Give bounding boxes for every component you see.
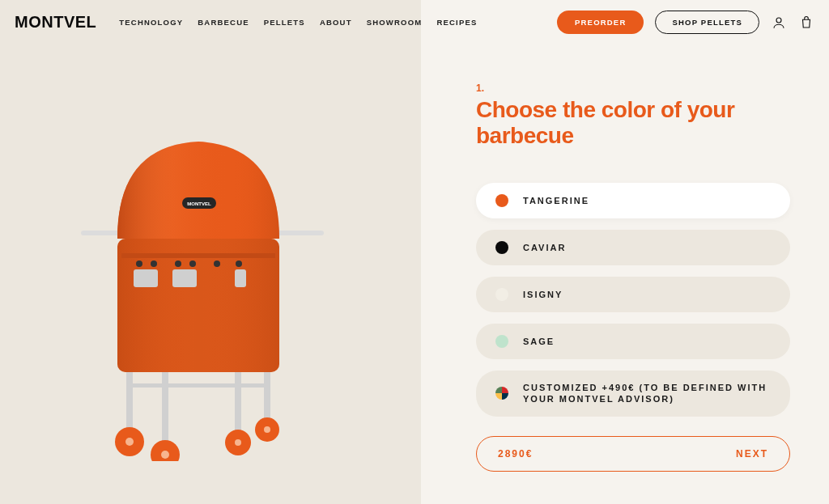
- swatch-tangerine: [495, 194, 508, 207]
- nav-barbecue[interactable]: BARBECUE: [198, 18, 249, 27]
- nav-technology[interactable]: TECHNOLOGY: [119, 18, 183, 27]
- color-option-tangerine[interactable]: TANGERINE: [476, 183, 790, 218]
- svg-point-9: [189, 260, 196, 267]
- price-next-button[interactable]: 2890€ NEXT: [476, 436, 790, 472]
- svg-rect-2: [117, 239, 279, 372]
- svg-point-21: [125, 438, 134, 446]
- svg-rect-12: [134, 269, 158, 287]
- svg-point-25: [161, 451, 169, 459]
- svg-point-10: [214, 260, 220, 267]
- color-option-sage[interactable]: SAGE: [476, 324, 790, 359]
- main-nav: TECHNOLOGY BARBECUE PELLETS ABOUT SHOWRO…: [119, 18, 477, 27]
- svg-rect-13: [172, 269, 197, 287]
- svg-point-7: [151, 260, 157, 267]
- svg-point-23: [264, 426, 270, 433]
- color-option-label: CAVIAR: [523, 242, 566, 253]
- configurator-panel: 1. Choose the color of your barbecue TAN…: [421, 0, 829, 504]
- svg-point-11: [236, 260, 242, 267]
- next-label: NEXT: [736, 448, 768, 460]
- svg-point-6: [136, 260, 142, 267]
- product-image-panel: MONTVEL: [0, 0, 421, 504]
- svg-point-8: [175, 260, 181, 267]
- svg-rect-14: [235, 269, 246, 287]
- swatch-customized-icon: [495, 387, 508, 400]
- cart-icon[interactable]: [798, 15, 814, 31]
- nav-showroom[interactable]: SHOWROOM: [367, 18, 423, 27]
- svg-rect-18: [235, 372, 241, 439]
- nav-pellets[interactable]: PELLETS: [264, 18, 305, 27]
- color-option-isigny[interactable]: ISIGNY: [476, 277, 790, 312]
- color-option-label: ISIGNY: [523, 289, 563, 300]
- account-icon[interactable]: [771, 15, 787, 31]
- price-label: 2890€: [498, 448, 533, 460]
- swatch-caviar: [495, 241, 508, 254]
- nav-recipes[interactable]: RECIPES: [436, 18, 477, 27]
- color-option-caviar[interactable]: CAVIAR: [476, 230, 790, 265]
- color-option-customized[interactable]: CUSTOMIZED +490€ (TO BE DEFINED WITH YOU…: [476, 371, 790, 417]
- svg-text:MONTVEL: MONTVEL: [187, 201, 211, 206]
- color-option-list: TANGERINE CAVIAR ISIGNY SAGE CUSTOMIZED …: [476, 183, 790, 417]
- site-header: MONTVEL TECHNOLOGY BARBECUE PELLETS ABOU…: [0, 0, 829, 44]
- color-option-label: SAGE: [523, 336, 555, 347]
- swatch-isigny: [495, 288, 508, 301]
- svg-rect-19: [126, 383, 270, 388]
- preorder-button[interactable]: PREORDER: [557, 11, 644, 34]
- nav-about[interactable]: ABOUT: [320, 18, 352, 27]
- product-image: MONTVEL: [73, 113, 332, 461]
- color-option-label: TANGERINE: [523, 195, 589, 206]
- svg-point-28: [776, 18, 781, 23]
- step-title: Choose the color of your barbecue: [476, 97, 790, 149]
- svg-rect-5: [121, 253, 275, 258]
- swatch-sage: [495, 335, 508, 348]
- svg-point-27: [235, 439, 241, 446]
- color-option-label: CUSTOMIZED +490€ (TO BE DEFINED WITH YOU…: [523, 382, 771, 405]
- step-number: 1.: [476, 83, 790, 94]
- brand-logo[interactable]: MONTVEL: [15, 13, 96, 32]
- shop-pellets-button[interactable]: SHOP PELLETS: [655, 11, 759, 34]
